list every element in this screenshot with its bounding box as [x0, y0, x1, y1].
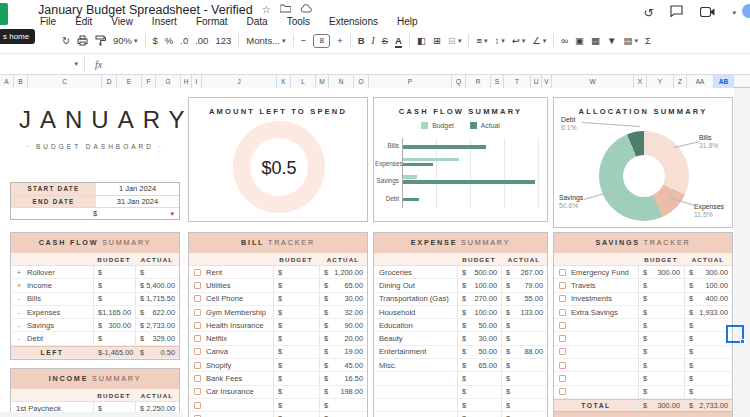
- checkbox[interactable]: [194, 282, 201, 289]
- row-label-cell[interactable]: [374, 399, 457, 411]
- row-label-cell[interactable]: -Debt: [11, 332, 93, 344]
- money-cell[interactable]: $30.00: [319, 293, 367, 305]
- bold-button[interactable]: B: [358, 35, 365, 46]
- money-cell[interactable]: $: [638, 293, 684, 305]
- money-cell[interactable]: $1,715.50: [135, 293, 179, 305]
- money-cell[interactable]: $: [273, 386, 319, 398]
- row-label-cell[interactable]: [374, 372, 457, 384]
- row-label-cell[interactable]: [554, 359, 638, 371]
- insert-comment-icon[interactable]: ▣: [575, 35, 584, 46]
- money-cell[interactable]: $267.00: [501, 266, 547, 278]
- italic-button[interactable]: I: [372, 36, 375, 46]
- checkbox[interactable]: [559, 295, 566, 302]
- money-cell[interactable]: $100.00: [457, 306, 501, 318]
- money-cell[interactable]: $: [638, 346, 684, 358]
- fill-color-icon[interactable]: ◧: [417, 35, 426, 46]
- row-label-cell[interactable]: [554, 386, 638, 398]
- column-header-T[interactable]: T: [504, 75, 531, 88]
- money-cell[interactable]: $300.00: [638, 266, 684, 278]
- sheets-logo-icon[interactable]: [0, 3, 8, 25]
- row-label-cell[interactable]: Groceries: [374, 266, 457, 278]
- column-header-R[interactable]: R: [466, 75, 491, 88]
- money-cell[interactable]: $1,933.00: [684, 306, 732, 318]
- column-header-S[interactable]: S: [491, 75, 504, 88]
- money-cell[interactable]: $: [273, 266, 319, 278]
- money-cell[interactable]: $: [684, 372, 732, 384]
- row-label-cell[interactable]: [554, 372, 638, 384]
- strikethrough-button[interactable]: S: [382, 35, 388, 46]
- row-label-cell[interactable]: [189, 412, 273, 417]
- money-cell[interactable]: $: [501, 386, 547, 398]
- row-label-cell[interactable]: [554, 332, 638, 344]
- money-cell[interactable]: $: [93, 293, 135, 305]
- column-header-AB[interactable]: AB: [714, 75, 734, 88]
- row-label-cell[interactable]: Extra Savings: [554, 306, 638, 318]
- row-label-cell[interactable]: +Rollover: [11, 266, 93, 278]
- money-cell[interactable]: $1,200.00: [319, 266, 367, 278]
- more-formats-button[interactable]: 123: [215, 35, 231, 46]
- row-label-cell[interactable]: -Savings: [11, 319, 93, 331]
- table-views-icon[interactable]: ▤ ▾: [623, 35, 638, 46]
- row-label-cell[interactable]: Investments: [554, 293, 638, 305]
- decrease-font-size-button[interactable]: −: [301, 35, 307, 46]
- checkbox[interactable]: [194, 375, 201, 382]
- increase-font-size-button[interactable]: +: [337, 35, 343, 46]
- row-label-cell[interactable]: Canva: [189, 346, 273, 358]
- paint-format-icon[interactable]: [95, 35, 106, 46]
- checkbox[interactable]: [194, 402, 201, 409]
- dropdown-caret-icon[interactable]: ▾: [170, 208, 174, 220]
- money-cell[interactable]: $90.00: [319, 319, 367, 331]
- column-header-F[interactable]: F: [142, 75, 156, 88]
- money-cell[interactable]: $: [273, 332, 319, 344]
- vertical-align-icon[interactable]: ↕ ▾: [494, 35, 504, 46]
- column-header-P[interactable]: P: [369, 75, 452, 88]
- format-percent-button[interactable]: %: [165, 35, 173, 46]
- format-currency-button[interactable]: $: [153, 35, 158, 46]
- money-cell[interactable]: $2,733.00: [135, 319, 179, 331]
- money-cell[interactable]: $: [638, 279, 684, 291]
- money-cell[interactable]: $30.00: [457, 332, 501, 344]
- horizontal-align-icon[interactable]: ≡ ▾: [476, 35, 487, 46]
- money-cell[interactable]: $: [93, 266, 135, 278]
- checkbox[interactable]: [559, 309, 566, 316]
- row-label-cell[interactable]: -Bills: [11, 293, 93, 305]
- money-cell[interactable]: $: [638, 319, 684, 331]
- checkbox[interactable]: [194, 322, 201, 329]
- column-header-K[interactable]: K: [277, 75, 291, 88]
- column-header-D[interactable]: D: [102, 75, 117, 88]
- money-cell[interactable]: $100.00: [457, 279, 501, 291]
- money-cell[interactable]: $: [501, 412, 547, 417]
- money-cell[interactable]: $: [501, 359, 547, 371]
- money-cell[interactable]: $: [135, 266, 179, 278]
- column-header-X[interactable]: X: [634, 75, 647, 88]
- money-cell[interactable]: $: [457, 399, 501, 411]
- money-cell[interactable]: $: [319, 399, 367, 411]
- money-cell[interactable]: $1,165.00: [93, 306, 135, 318]
- column-header-AA[interactable]: AA: [687, 75, 714, 88]
- text-wrap-icon[interactable]: ↩ ▾: [512, 35, 525, 46]
- row-label-cell[interactable]: Beauty: [374, 332, 457, 344]
- money-cell[interactable]: $270.00: [457, 293, 501, 305]
- menu-format[interactable]: Format: [194, 15, 230, 28]
- column-header-E[interactable]: E: [117, 75, 142, 88]
- column-header-B[interactable]: B: [14, 75, 28, 88]
- money-cell[interactable]: $: [273, 346, 319, 358]
- money-cell[interactable]: $: [638, 372, 684, 384]
- money-cell[interactable]: $19.00: [319, 346, 367, 358]
- insert-link-icon[interactable]: ∞: [561, 35, 568, 46]
- money-cell[interactable]: $: [273, 319, 319, 331]
- money-cell[interactable]: $2,733.00: [684, 400, 732, 411]
- money-cell[interactable]: $: [501, 332, 547, 344]
- money-cell[interactable]: $32.00: [319, 306, 367, 318]
- money-cell[interactable]: $: [273, 293, 319, 305]
- money-cell[interactable]: $622.00: [135, 306, 179, 318]
- money-cell[interactable]: $: [684, 319, 732, 331]
- functions-button[interactable]: Σ: [645, 35, 651, 46]
- row-label-cell[interactable]: Household: [374, 306, 457, 318]
- checkbox[interactable]: [194, 335, 201, 342]
- checkbox[interactable]: [559, 388, 566, 395]
- money-cell[interactable]: $198.00: [319, 386, 367, 398]
- selected-cell[interactable]: [726, 325, 744, 343]
- money-cell[interactable]: $-1,465.00: [93, 347, 135, 358]
- column-header-L[interactable]: L: [291, 75, 316, 88]
